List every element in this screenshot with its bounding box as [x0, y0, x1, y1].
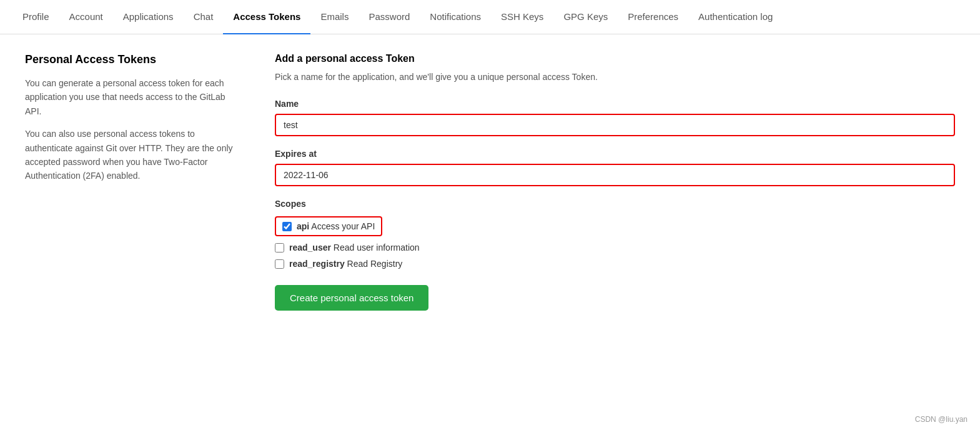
- scope-checkbox-read_user[interactable]: [275, 243, 284, 252]
- main-content: Personal Access Tokens You can generate …: [0, 34, 980, 329]
- scope-label-api: api Access your API: [297, 221, 375, 231]
- expires-label: Expires at: [275, 149, 955, 159]
- nav-item-password[interactable]: Password: [359, 0, 420, 34]
- right-panel: Add a personal access Token Pick a name …: [275, 53, 955, 311]
- scopes-container: api Access your APIread_user Read user i…: [275, 216, 955, 269]
- create-token-button[interactable]: Create personal access token: [275, 285, 428, 311]
- scope-checkbox-api[interactable]: [282, 222, 292, 231]
- name-label: Name: [275, 99, 955, 109]
- nav-item-account[interactable]: Account: [59, 0, 113, 34]
- navigation: ProfileAccountApplicationsChatAccess Tok…: [0, 0, 980, 34]
- scopes-section: Scopes api Access your APIread_user Read…: [275, 199, 955, 269]
- scopes-label: Scopes: [275, 199, 955, 209]
- scope-item-api: api Access your API: [275, 216, 382, 236]
- nav-item-emails[interactable]: Emails: [310, 0, 359, 34]
- nav-item-ssh-keys[interactable]: SSH Keys: [491, 0, 553, 34]
- left-panel: Personal Access Tokens You can generate …: [25, 53, 237, 311]
- name-field-group: Name: [275, 99, 955, 136]
- scope-item-read_user: read_user Read user information: [275, 242, 955, 252]
- nav-item-preferences[interactable]: Preferences: [618, 0, 688, 34]
- nav-item-notifications[interactable]: Notifications: [420, 0, 491, 34]
- nav-item-profile[interactable]: Profile: [12, 0, 59, 34]
- nav-item-access-tokens[interactable]: Access Tokens: [223, 0, 310, 34]
- name-input[interactable]: [275, 114, 955, 136]
- left-panel-title: Personal Access Tokens: [25, 53, 237, 66]
- scope-item-read_registry: read_registry Read Registry: [275, 259, 955, 269]
- expires-input[interactable]: [275, 164, 955, 186]
- left-panel-para2: You can also use personal access tokens …: [25, 127, 237, 183]
- scope-label-read_user: read_user Read user information: [289, 242, 420, 252]
- nav-item-auth-log[interactable]: Authentication log: [688, 0, 783, 34]
- nav-item-gpg-keys[interactable]: GPG Keys: [553, 0, 618, 34]
- nav-item-applications[interactable]: Applications: [113, 0, 184, 34]
- expires-field-group: Expires at: [275, 149, 955, 186]
- nav-item-chat[interactable]: Chat: [184, 0, 224, 34]
- form-subtitle: Pick a name for the application, and we'…: [275, 71, 955, 84]
- form-title: Add a personal access Token: [275, 53, 955, 64]
- scope-label-read_registry: read_registry Read Registry: [289, 259, 402, 269]
- left-panel-para1: You can generate a personal access token…: [25, 76, 237, 118]
- scope-checkbox-read_registry[interactable]: [275, 259, 284, 269]
